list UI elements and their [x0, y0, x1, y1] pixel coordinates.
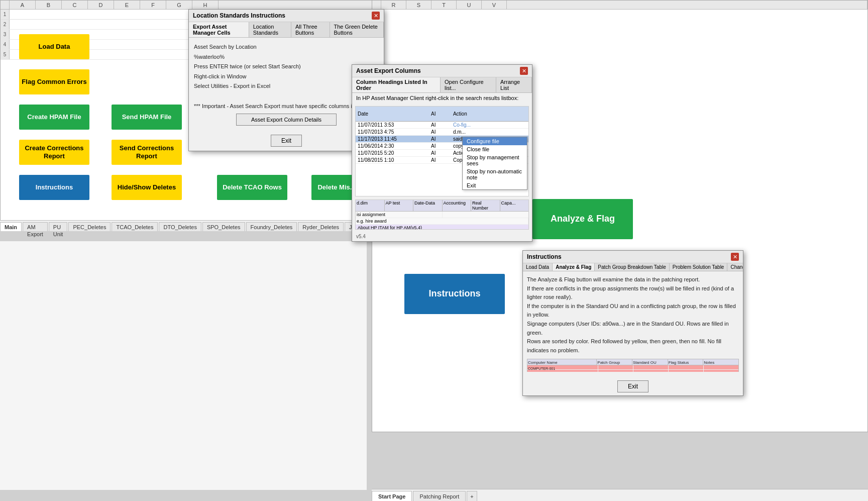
right-col-s: S [406, 1, 431, 9]
col-header-e: D [88, 1, 114, 9]
analyze-flag-button[interactable]: Analyze & Flag [532, 199, 633, 239]
right-col-a [372, 1, 381, 9]
ctx-configure-file[interactable]: Configure file [463, 137, 527, 145]
dialog-tab-location-std[interactable]: Location Standards [249, 22, 291, 37]
tab-ryder-deletes[interactable]: Ryder_Deletes [298, 222, 344, 231]
hide-show-button[interactable]: Hide/Show Deletes [112, 175, 182, 200]
instructions-right-button[interactable]: Instructions [404, 274, 505, 314]
ae-bottom-row1: isi assignment [356, 212, 528, 218]
right-col-t: T [431, 1, 457, 9]
dialog-instr-footer: Exit [523, 380, 743, 392]
dialog-location-title: Location Standards Instructions [193, 12, 285, 19]
ae-row1: 11/07/2011 3:53 AI Co-fig... [356, 122, 528, 129]
dialog-asset-export-title: Asset Export Columns [356, 67, 421, 74]
create-corrections-button[interactable]: Create Corrections Report [19, 140, 89, 165]
dialog-ae-desc: In HP Asset Manager Client right-click i… [352, 93, 532, 103]
load-data-button[interactable]: Load Data [19, 34, 89, 59]
dialog-instr-exit-button[interactable]: Exit [617, 380, 648, 392]
dialog-loc-line5: Select Utilities - Export in Excel [194, 82, 379, 91]
right-col-rest [507, 1, 867, 9]
tab-spo-deletes[interactable]: SPO_Deletes [202, 222, 245, 231]
instr-tab-patch[interactable]: Patch Group Breakdown Table [595, 263, 669, 271]
dialog-tab-export[interactable]: Export Asset Manager Cells [189, 22, 249, 37]
dialog-instr-body: The Analyze & Flag button will examine t… [523, 271, 743, 372]
dialog-loc-line3: Press ENTER twice (or select Start Searc… [194, 62, 379, 71]
dialog-ae-tab3[interactable]: Arrange List [496, 77, 532, 92]
ctx-exit[interactable]: Exit [463, 181, 527, 189]
ae-row2: 11/07/2013 4:75 AI d.m... [356, 129, 528, 136]
ae-bottom-row2: e.g. hire award [356, 218, 528, 225]
dialog-loc-line6 [194, 92, 379, 101]
delete-tcao-button[interactable]: Delete TCAO Rows [217, 175, 287, 200]
dialog-location-titlebar: Location Standards Instructions ✕ [189, 10, 384, 22]
row-num-1: 1 [1, 10, 10, 19]
dialog-asset-export-close[interactable]: ✕ [520, 67, 528, 75]
dialog-instr-tabs: Load Data Analyze & Flag Patch Group Bre… [523, 263, 743, 271]
instr-line3: If the computer is in the Standard OU an… [527, 302, 739, 320]
col-header-g: F [140, 1, 166, 9]
instr-line4: Signage computers (User IDs: a90wa...) a… [527, 320, 739, 337]
asset-export-col-details-button[interactable]: Asset Export Column Details [236, 114, 337, 126]
col-header-i: H [192, 1, 219, 9]
dialog-ae-tab2[interactable]: Open Configure list... [441, 77, 496, 92]
dialog-loc-line2: %waterloo% [194, 53, 379, 62]
col-header-h: G [166, 1, 192, 9]
dialog-location-tabs: Export Asset Manager Cells Location Stan… [189, 22, 384, 38]
ae-grid-header-sim: Date AI Action [356, 107, 528, 122]
instr-line1: The Analyze & Flag button will examine t… [527, 275, 739, 284]
ctx-stop-auto[interactable]: Stop by non-automatic note [463, 167, 527, 181]
instr-tab-load[interactable]: Load Data [523, 263, 553, 271]
right-col-r: R [381, 1, 406, 9]
dialog-tab-all-three[interactable]: All Three Buttons [291, 22, 330, 37]
instr-tbl-header: Computer Name Patch Group Standard OU Fl… [527, 359, 738, 365]
ae-footer: v5.4 [352, 232, 532, 241]
dialog-ae-tab1[interactable]: Column Headings Listed In Order [352, 77, 441, 92]
tab-patching-report[interactable]: Patching Report [413, 491, 466, 501]
col-header-d: C [62, 1, 88, 9]
col-header-c: B [36, 1, 62, 9]
tab-add-button[interactable]: + [467, 491, 477, 501]
dialog-instr-close[interactable]: ✕ [731, 253, 739, 261]
dialog-location-close[interactable]: ✕ [372, 12, 380, 20]
dialog-tab-green-delete[interactable]: The Green Delete Buttons [330, 22, 384, 37]
send-corrections-button[interactable]: Send Corrections Report [112, 140, 182, 165]
tab-pu-unit[interactable]: PU Unit [49, 222, 68, 231]
ctx-close-file[interactable]: Close file [463, 145, 527, 153]
tab-pec-deletes[interactable]: PEC_Deletes [68, 222, 111, 231]
instr-tab-problem[interactable]: Problem Solution Table [670, 263, 728, 271]
tab-foundry-deletes[interactable]: Foundry_Deletes [246, 222, 297, 231]
dialog-asset-export-titlebar: Asset Export Columns ✕ [352, 65, 532, 77]
instr-tbl-row1: COMPUTER-001 [527, 365, 738, 370]
ae-bottom-selected: About HP ITAM for HP AM(v5.4) [356, 225, 528, 230]
tab-bar-left: Main AM Export PU Unit PEC_Deletes TCAO_… [0, 220, 367, 231]
tab-main[interactable]: Main [0, 222, 22, 231]
dialog-loc-line4: Right-click in Window [194, 72, 379, 81]
right-col-u: U [457, 1, 482, 9]
ctx-stop-mgmt[interactable]: Stop by management sees [463, 153, 527, 167]
dialog-instr-title: Instructions [527, 253, 562, 260]
col-header-f: E [114, 1, 140, 9]
send-hpam-button[interactable]: Send HPAM File [112, 105, 182, 130]
instr-line5: Rows are sorted by color. Red followed b… [527, 337, 739, 355]
instr-table-preview: Computer Name Patch Group Standard OU Fl… [527, 359, 739, 372]
col-header-b: A [10, 1, 36, 9]
dialog-asset-export: Asset Export Columns ✕ Column Headings L… [352, 64, 532, 242]
asset-export-grid: Date AI Action 11/07/2011 3:53 AI Co-fig… [355, 106, 529, 196]
dialog-instr-titlebar: Instructions ✕ [523, 251, 743, 263]
dialog-location-exit-button[interactable]: Exit [271, 135, 302, 147]
tab-tcao-deletes[interactable]: TCAO_Deletes [112, 222, 158, 231]
dialog-asset-export-tabs: Column Headings Listed In Order Open Con… [352, 77, 532, 93]
tab-start-page[interactable]: Start Page [372, 491, 412, 501]
create-hpam-button[interactable]: Create HPAM File [19, 105, 89, 130]
dialog-loc-line1: Asset Search by Location [194, 43, 379, 52]
tab-am-export[interactable]: AM Export [23, 222, 48, 231]
instr-tbl-row2: COMPUTER-002 [527, 370, 738, 372]
dialog-loc-line7: *** Important - Asset Search Export must… [194, 102, 379, 111]
context-menu: Configure file Close file Stop by manage… [462, 137, 527, 190]
tab-dto-deletes[interactable]: DTO_Deletes [159, 222, 201, 231]
instr-tab-analyze[interactable]: Analyze & Flag [553, 263, 595, 271]
dialog-instructions-right: Instructions ✕ Load Data Analyze & Flag … [522, 250, 743, 396]
instructions-button-left[interactable]: Instructions [19, 175, 89, 200]
instr-tab-change-ou[interactable]: Change OU to Ascential [727, 263, 743, 271]
flag-errors-button[interactable]: Flag Common Errors [19, 69, 89, 94]
